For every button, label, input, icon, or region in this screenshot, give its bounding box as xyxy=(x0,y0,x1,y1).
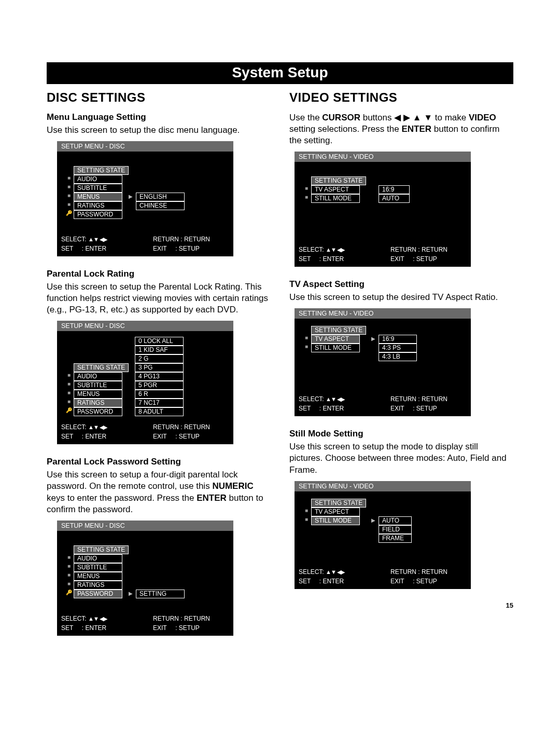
menu-item-still-mode: STILL MODE xyxy=(311,344,360,352)
setting-state-label: SETTING STATE xyxy=(311,326,366,335)
bullet-icon: ■ xyxy=(302,516,311,522)
rating-1: 1 KID SAF xyxy=(135,346,184,354)
osd-video-main: SETTING MENU - VIDEO SETTING STATE ■TV A… xyxy=(295,152,471,267)
bullet-icon: ■ xyxy=(302,185,311,191)
key-icon: 🔑 xyxy=(64,210,74,216)
video-intro: Use the CURSOR buttons ◀ ▶ ▲ ▼ to make V… xyxy=(289,112,513,146)
menu-item-menus: MENUS xyxy=(74,193,122,201)
option-field: FIELD xyxy=(379,525,412,534)
setting-state-label: SETTING STATE xyxy=(74,166,129,175)
menu-item-password: PASSWORD xyxy=(74,407,122,416)
menu-item-audio: AUDIO xyxy=(74,175,122,184)
menu-item-tv-aspect: TV ASPECT xyxy=(311,185,360,194)
setting-state-label: SETTING STATE xyxy=(74,545,129,554)
bullet-icon: ■ xyxy=(64,390,74,395)
bullet-icon: ■ xyxy=(64,581,74,586)
menu-item-subtitle: SUBTITLE xyxy=(74,563,122,572)
page-number: 15 xyxy=(289,601,513,609)
page-banner: System Setup xyxy=(47,62,513,84)
menu-item-still-mode: STILL MODE xyxy=(311,194,360,203)
option-169: 16:9 xyxy=(379,335,417,344)
bullet-icon: ■ xyxy=(64,563,74,569)
bullet-icon: ■ xyxy=(64,372,74,378)
menu-item-tv-aspect: TV ASPECT xyxy=(311,508,360,516)
menu-item-still-mode: STILL MODE xyxy=(311,516,360,525)
menu-item-audio: AUDIO xyxy=(74,372,122,381)
bullet-icon: ■ xyxy=(64,201,74,207)
osd-title: SETUP MENU - DISC xyxy=(57,141,233,152)
menu-item-subtitle: SUBTITLE xyxy=(74,381,122,390)
bullet-icon: ■ xyxy=(64,184,74,189)
option-english: ENGLISH xyxy=(136,193,185,201)
option-43lb: 4:3 LB xyxy=(379,352,417,361)
arrow-icon: ▶ xyxy=(125,193,136,199)
setting-state-label: SETTING STATE xyxy=(311,499,366,508)
osd-disc-ratings: SETUP MENU - DISC SETTING STATE ■AUDIO ■… xyxy=(57,321,233,444)
osd-video-still: SETTING MENU - VIDEO SETTING STATE ■TV A… xyxy=(295,481,471,589)
osd-title: SETTING MENU - VIDEO xyxy=(295,308,471,319)
parental-rating-title: Parental Lock Rating xyxy=(47,269,271,279)
arrow-icon: ▶ xyxy=(368,335,379,341)
option-chinese: CHINESE xyxy=(136,201,185,210)
menu-item-audio: AUDIO xyxy=(74,554,122,563)
bullet-icon: ■ xyxy=(302,344,311,349)
value-169: 16:9 xyxy=(379,185,410,194)
osd-footer: SELECT: ▲▼ ◀▶ RETURN : RETURN SET : ENTE… xyxy=(295,568,471,589)
osd-title: SETUP MENU - DISC xyxy=(57,321,233,331)
osd-video-aspect: SETTING MENU - VIDEO SETTING STATE ■TV A… xyxy=(295,308,471,416)
video-settings-heading: VIDEO SETTINGS xyxy=(289,90,513,105)
osd-title: SETTING MENU - VIDEO xyxy=(295,152,471,162)
rating-6: 6 R xyxy=(135,390,184,399)
menu-language-title: Menu Language Setting xyxy=(47,112,271,122)
menu-item-password: PASSWORD xyxy=(74,590,122,598)
osd-footer: SELECT: ▲▼ ◀▶ RETURN : RETURN SET : ENTE… xyxy=(57,423,233,444)
arrow-icons: ▲▼ ◀▶ xyxy=(88,615,107,622)
key-icon: 🔑 xyxy=(64,407,74,413)
still-mode-title: Still Mode Setting xyxy=(289,429,513,439)
right-column: VIDEO SETTINGS Use the CURSOR buttons ◀ … xyxy=(289,90,513,648)
menu-item-ratings: RATINGS xyxy=(74,201,122,210)
tv-aspect-title: TV Aspect Setting xyxy=(289,279,513,290)
key-icon: 🔑 xyxy=(64,590,74,595)
bullet-icon: ■ xyxy=(302,508,311,513)
rating-2: 2 G xyxy=(135,354,184,363)
arrow-icon: ▶ xyxy=(368,516,379,523)
menu-item-menus: MENUS xyxy=(74,572,122,581)
menu-item-password: PASSWORD xyxy=(74,210,122,219)
bullet-icon: ■ xyxy=(64,381,74,387)
bullet-icon: ■ xyxy=(64,554,74,560)
menu-language-desc: Use this screen to setup the disc menu l… xyxy=(47,125,271,136)
menu-item-subtitle: SUBTITLE xyxy=(74,184,122,193)
arrow-icons: ▲▼ ◀▶ xyxy=(326,247,344,253)
menu-item-tv-aspect: TV ASPECT xyxy=(311,335,360,344)
arrow-icons: ▲▼ ◀▶ xyxy=(88,236,107,243)
osd-title: SETTING MENU - VIDEO xyxy=(295,481,471,491)
setting-state-label: SETTING STATE xyxy=(74,363,129,372)
rating-7: 7 NC17 xyxy=(135,399,184,407)
rating-8: 8 ADULT xyxy=(135,407,184,416)
bullet-icon: ■ xyxy=(302,335,311,340)
bullet-icon: ■ xyxy=(64,399,74,404)
bullet-icon: ■ xyxy=(64,572,74,578)
disc-settings-heading: DISC SETTINGS xyxy=(47,90,271,105)
arrow-icon: ▶ xyxy=(125,590,136,596)
option-setting: SETTING xyxy=(136,590,185,598)
option-auto: AUTO xyxy=(379,516,412,525)
menu-item-ratings: RATINGS xyxy=(74,581,122,590)
rating-0: 0 LOCK ALL xyxy=(135,337,184,346)
rating-3: 3 PG xyxy=(135,363,184,372)
bullet-icon: ■ xyxy=(302,194,311,200)
left-column: DISC SETTINGS Menu Language Setting Use … xyxy=(47,90,271,648)
osd-disc-password: SETUP MENU - DISC SETTING STATE ■AUDIO ■… xyxy=(57,521,233,636)
password-title: Parental Lock Password Setting xyxy=(47,457,271,467)
osd-footer: SELECT: ▲▼ ◀▶ RETURN : RETURN SET : ENTE… xyxy=(57,615,233,636)
parental-rating-desc: Use this screen to setup the Parental Lo… xyxy=(47,281,271,316)
bullet-icon: ■ xyxy=(64,175,74,181)
arrow-icons: ▲▼ ◀▶ xyxy=(326,569,344,576)
arrow-icons: ▲▼ ◀▶ xyxy=(88,424,107,431)
rating-5: 5 PGR xyxy=(135,381,184,390)
still-mode-desc: Use this screen to setup the mode to dis… xyxy=(289,441,513,475)
osd-disc-menus: SETUP MENU - DISC SETTING STATE ■AUDIO ■… xyxy=(57,141,233,256)
menu-item-menus: MENUS xyxy=(74,390,122,399)
bullet-icon: ■ xyxy=(64,193,74,198)
